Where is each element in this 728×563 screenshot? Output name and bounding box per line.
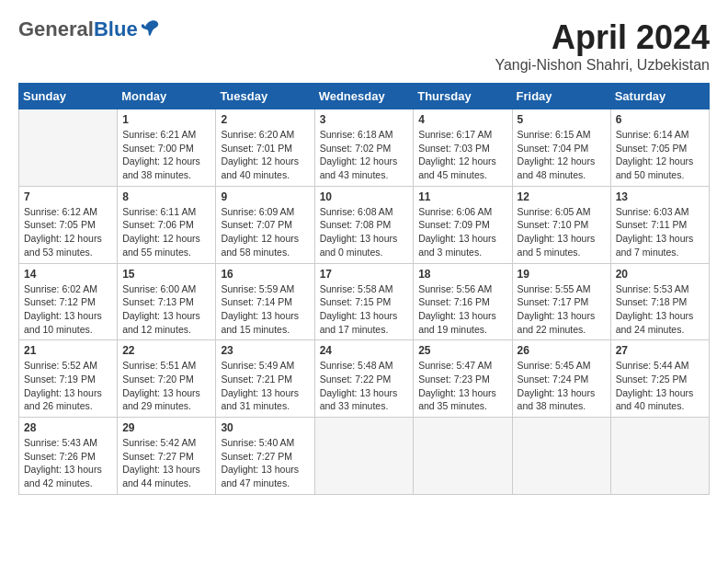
calendar-week-row: 21Sunrise: 5:52 AMSunset: 7:19 PMDayligh… <box>19 340 710 418</box>
calendar-day-cell: 14Sunrise: 6:02 AMSunset: 7:12 PMDayligh… <box>19 263 118 340</box>
calendar-day-cell: 5Sunrise: 6:15 AMSunset: 7:04 PMDaylight… <box>512 109 610 187</box>
calendar-day-cell: 23Sunrise: 5:49 AMSunset: 7:21 PMDayligh… <box>216 340 314 418</box>
calendar-day-cell: 16Sunrise: 5:59 AMSunset: 7:14 PMDayligh… <box>216 263 314 340</box>
day-info: Sunrise: 6:11 AMSunset: 7:06 PMDaylight:… <box>122 205 210 259</box>
weekday-header-saturday: Saturday <box>610 84 709 109</box>
month-title: April 2024 <box>495 18 710 57</box>
day-number: 18 <box>418 268 506 281</box>
weekday-header-monday: Monday <box>118 84 216 109</box>
day-number: 9 <box>221 190 309 203</box>
calendar-day-cell: 12Sunrise: 6:05 AMSunset: 7:10 PMDayligh… <box>512 186 610 263</box>
day-info: Sunrise: 5:43 AMSunset: 7:26 PMDaylight:… <box>24 436 112 490</box>
day-info: Sunrise: 5:40 AMSunset: 7:27 PMDaylight:… <box>221 436 309 490</box>
day-number: 6 <box>616 113 704 126</box>
day-number: 5 <box>518 113 606 126</box>
day-info: Sunrise: 6:00 AMSunset: 7:13 PMDaylight:… <box>122 282 210 337</box>
calendar-day-cell <box>414 418 512 495</box>
day-number: 17 <box>320 268 409 281</box>
logo: GeneralBlue <box>18 18 160 40</box>
day-info: Sunrise: 5:44 AMSunset: 7:25 PMDaylight:… <box>616 359 704 413</box>
day-number: 19 <box>518 268 606 281</box>
calendar-day-cell: 25Sunrise: 5:47 AMSunset: 7:23 PMDayligh… <box>414 340 512 418</box>
day-number: 20 <box>616 268 704 281</box>
day-info: Sunrise: 6:03 AMSunset: 7:11 PMDaylight:… <box>616 205 704 259</box>
day-info: Sunrise: 5:42 AMSunset: 7:27 PMDaylight:… <box>122 436 210 490</box>
weekday-header-thursday: Thursday <box>414 84 512 109</box>
calendar-day-cell <box>610 418 709 495</box>
weekday-header-sunday: Sunday <box>19 84 118 109</box>
day-info: Sunrise: 5:47 AMSunset: 7:23 PMDaylight:… <box>418 359 506 413</box>
calendar-day-cell: 10Sunrise: 6:08 AMSunset: 7:08 PMDayligh… <box>314 186 414 263</box>
calendar-day-cell: 15Sunrise: 6:00 AMSunset: 7:13 PMDayligh… <box>118 263 216 340</box>
day-number: 22 <box>122 344 210 357</box>
calendar-day-cell: 22Sunrise: 5:51 AMSunset: 7:20 PMDayligh… <box>118 340 216 418</box>
location-title: Yangi-Nishon Shahri, Uzbekistan <box>495 57 710 74</box>
calendar-day-cell: 27Sunrise: 5:44 AMSunset: 7:25 PMDayligh… <box>610 340 709 418</box>
calendar-week-row: 1Sunrise: 6:21 AMSunset: 7:00 PMDaylight… <box>19 109 710 187</box>
calendar-day-cell: 4Sunrise: 6:17 AMSunset: 7:03 PMDaylight… <box>414 109 512 187</box>
logo-bird-icon <box>140 17 160 38</box>
logo-general-text: General <box>18 17 94 40</box>
day-number: 16 <box>221 268 309 281</box>
day-info: Sunrise: 6:06 AMSunset: 7:09 PMDaylight:… <box>418 205 506 259</box>
day-number: 13 <box>616 190 704 203</box>
calendar-week-row: 28Sunrise: 5:43 AMSunset: 7:26 PMDayligh… <box>19 418 710 495</box>
calendar-day-cell: 8Sunrise: 6:11 AMSunset: 7:06 PMDaylight… <box>118 186 216 263</box>
day-info: Sunrise: 6:15 AMSunset: 7:04 PMDaylight:… <box>518 128 606 182</box>
day-number: 11 <box>418 190 506 203</box>
day-info: Sunrise: 6:14 AMSunset: 7:05 PMDaylight:… <box>616 128 704 182</box>
day-info: Sunrise: 6:18 AMSunset: 7:02 PMDaylight:… <box>320 128 409 182</box>
day-number: 3 <box>320 113 409 126</box>
day-info: Sunrise: 5:59 AMSunset: 7:14 PMDaylight:… <box>221 282 309 337</box>
day-number: 14 <box>24 268 112 281</box>
day-info: Sunrise: 6:02 AMSunset: 7:12 PMDaylight:… <box>24 282 112 337</box>
calendar-day-cell <box>512 418 610 495</box>
day-info: Sunrise: 5:52 AMSunset: 7:19 PMDaylight:… <box>24 359 112 413</box>
calendar-day-cell: 1Sunrise: 6:21 AMSunset: 7:00 PMDaylight… <box>118 109 216 187</box>
calendar-day-cell: 20Sunrise: 5:53 AMSunset: 7:18 PMDayligh… <box>610 263 709 340</box>
day-info: Sunrise: 5:53 AMSunset: 7:18 PMDaylight:… <box>616 282 704 337</box>
day-number: 7 <box>24 190 112 203</box>
day-info: Sunrise: 5:51 AMSunset: 7:20 PMDaylight:… <box>122 359 210 413</box>
day-number: 8 <box>122 190 210 203</box>
calendar-day-cell: 29Sunrise: 5:42 AMSunset: 7:27 PMDayligh… <box>118 418 216 495</box>
day-number: 10 <box>320 190 409 203</box>
header: GeneralBlue April 2024 Yangi-Nishon Shah… <box>18 18 710 74</box>
day-number: 28 <box>24 421 112 434</box>
calendar-week-row: 14Sunrise: 6:02 AMSunset: 7:12 PMDayligh… <box>19 263 710 340</box>
day-number: 26 <box>518 344 606 357</box>
calendar-day-cell: 17Sunrise: 5:58 AMSunset: 7:15 PMDayligh… <box>314 263 414 340</box>
day-number: 2 <box>221 113 309 126</box>
logo-blue-text: Blue <box>94 17 138 40</box>
day-number: 1 <box>122 113 210 126</box>
weekday-header-friday: Friday <box>512 84 610 109</box>
day-info: Sunrise: 5:48 AMSunset: 7:22 PMDaylight:… <box>320 359 409 413</box>
day-info: Sunrise: 6:20 AMSunset: 7:01 PMDaylight:… <box>221 128 309 182</box>
day-number: 4 <box>418 113 506 126</box>
calendar-day-cell <box>19 109 118 187</box>
day-number: 29 <box>122 421 210 434</box>
calendar-day-cell: 13Sunrise: 6:03 AMSunset: 7:11 PMDayligh… <box>610 186 709 263</box>
calendar-day-cell: 26Sunrise: 5:45 AMSunset: 7:24 PMDayligh… <box>512 340 610 418</box>
calendar-day-cell: 7Sunrise: 6:12 AMSunset: 7:05 PMDaylight… <box>19 186 118 263</box>
day-info: Sunrise: 6:09 AMSunset: 7:07 PMDaylight:… <box>221 205 309 259</box>
calendar-day-cell: 30Sunrise: 5:40 AMSunset: 7:27 PMDayligh… <box>216 418 314 495</box>
day-info: Sunrise: 5:56 AMSunset: 7:16 PMDaylight:… <box>418 282 506 337</box>
weekday-header-row: SundayMondayTuesdayWednesdayThursdayFrid… <box>19 84 710 109</box>
calendar-day-cell: 24Sunrise: 5:48 AMSunset: 7:22 PMDayligh… <box>314 340 414 418</box>
calendar-day-cell: 19Sunrise: 5:55 AMSunset: 7:17 PMDayligh… <box>512 263 610 340</box>
title-block: April 2024 Yangi-Nishon Shahri, Uzbekist… <box>495 18 710 74</box>
day-info: Sunrise: 5:58 AMSunset: 7:15 PMDaylight:… <box>320 282 409 337</box>
day-info: Sunrise: 5:55 AMSunset: 7:17 PMDaylight:… <box>518 282 606 337</box>
day-number: 23 <box>221 344 309 357</box>
calendar-day-cell: 28Sunrise: 5:43 AMSunset: 7:26 PMDayligh… <box>19 418 118 495</box>
day-info: Sunrise: 6:17 AMSunset: 7:03 PMDaylight:… <box>418 128 506 182</box>
day-info: Sunrise: 6:05 AMSunset: 7:10 PMDaylight:… <box>518 205 606 259</box>
calendar-week-row: 7Sunrise: 6:12 AMSunset: 7:05 PMDaylight… <box>19 186 710 263</box>
day-number: 21 <box>24 344 112 357</box>
calendar-day-cell: 3Sunrise: 6:18 AMSunset: 7:02 PMDaylight… <box>314 109 414 187</box>
day-number: 24 <box>320 344 409 357</box>
day-number: 25 <box>418 344 506 357</box>
day-number: 12 <box>518 190 606 203</box>
weekday-header-wednesday: Wednesday <box>314 84 414 109</box>
